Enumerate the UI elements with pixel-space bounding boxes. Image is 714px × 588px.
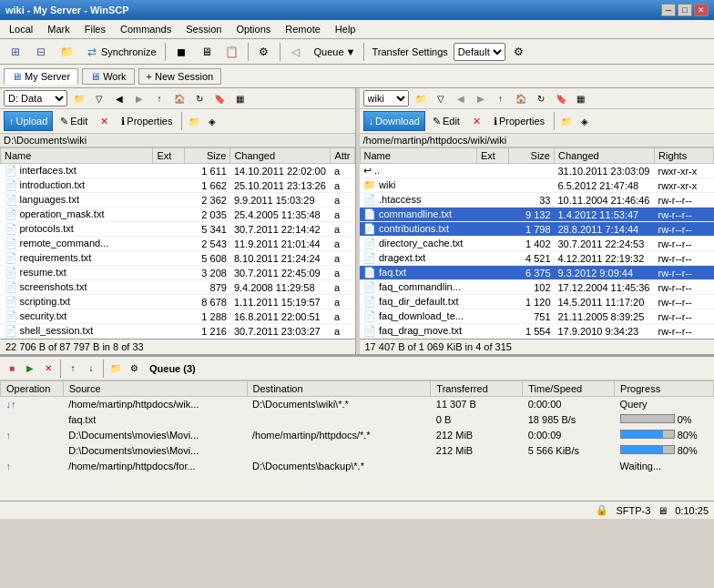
upload-button[interactable]: ↑ Upload — [4, 111, 53, 131]
right-file-btn-1[interactable]: 📁 — [558, 113, 575, 129]
left-file-row[interactable]: 📄protocols.txt 5 341 30.7.2011 22:14:42 … — [1, 222, 355, 237]
left-delete-button[interactable]: ✕ — [95, 111, 114, 131]
left-properties-button[interactable]: ℹ Properties — [116, 111, 178, 131]
right-file-row[interactable]: 📄dragext.txt 4 521 4.12.2011 22:19:32 rw… — [360, 251, 714, 266]
left-nav-btn-refresh[interactable]: ↻ — [191, 90, 208, 106]
right-nav-btn-filter[interactable]: ▽ — [433, 90, 449, 106]
left-file-row[interactable]: 📄scripting.txt 8 678 1.11.2011 15:19:57 … — [1, 295, 355, 309]
left-nav-btn-back[interactable]: ◀ — [111, 90, 128, 106]
right-nav-btn-refresh[interactable]: ↻ — [533, 90, 549, 106]
right-col-ext[interactable]: Ext — [477, 148, 509, 164]
close-button[interactable]: ✕ — [694, 4, 709, 16]
toolbar-btn-2[interactable]: ⊟ — [29, 42, 53, 62]
queue-row[interactable]: ↑ D:\Documents\movies\Movi... /home/mart… — [1, 428, 714, 443]
left-file-row[interactable]: 📄languages.txt 2 362 9.9.2011 15:03:29 a — [1, 193, 355, 208]
queue-table-wrap[interactable]: Operation Source Destination Transferred… — [0, 380, 714, 501]
left-file-row[interactable]: 📄screenshots.txt 879 9.4.2008 11:29:58 a — [1, 280, 355, 295]
menu-help[interactable]: Help — [330, 22, 362, 36]
left-nav-btn-1[interactable]: 📁 — [71, 90, 87, 106]
right-edit-button[interactable]: ✎ Edit — [427, 111, 465, 131]
queue-btn-up[interactable]: ↑ — [65, 360, 81, 377]
right-col-name[interactable]: Name — [360, 148, 477, 164]
right-file-row[interactable]: 📄contributions.txt 1 798 28.8.2011 7:14:… — [360, 222, 714, 237]
left-file-row[interactable]: 📄interfaces.txt 1 611 14.10.2011 22:02:0… — [1, 164, 355, 178]
toolbar-btn-5[interactable]: 🖥 — [195, 42, 219, 62]
menu-session[interactable]: Session — [180, 22, 227, 36]
download-button[interactable]: ↓ Download — [363, 111, 425, 131]
right-file-row[interactable]: 📄faq_download_te... 751 21.11.2005 8:39:… — [360, 309, 714, 324]
left-file-row[interactable]: 📄requirements.txt 5 608 8.10.2011 21:24:… — [1, 251, 355, 266]
session-tab-new[interactable]: + New Session — [138, 68, 222, 85]
right-col-size[interactable]: Size — [509, 148, 555, 164]
menu-local[interactable]: Local — [4, 22, 38, 36]
queue-row[interactable]: ↓↑ /home/martinp/httpdocs/wik... D:\Docu… — [1, 397, 714, 412]
right-server-select[interactable]: wiki — [363, 90, 409, 106]
right-file-list[interactable]: Name Ext Size Changed Rights ↩.. 31.10.2… — [360, 147, 715, 339]
toolbar-btn-4[interactable]: ◼ — [169, 42, 193, 62]
right-file-row[interactable]: 📄faq_commandlin... 102 17.12.2004 11:45:… — [360, 280, 714, 295]
right-nav-btn-back[interactable]: ◀ — [453, 90, 469, 106]
right-nav-btn-home[interactable]: 🏠 — [513, 90, 529, 106]
left-col-size[interactable]: Size — [185, 148, 230, 164]
left-drive-select[interactable]: D: Data — [4, 90, 67, 106]
left-file-row[interactable]: 📄remote_command... 2 543 11.9.2011 21:01… — [1, 237, 355, 251]
toolbar-btn-3[interactable]: 📁 — [55, 42, 78, 62]
queue-btn-folder[interactable]: 📁 — [107, 360, 124, 377]
transfer-settings-select[interactable]: Default — [454, 43, 505, 61]
right-col-changed[interactable]: Changed — [555, 148, 655, 164]
toolbar-btn-7[interactable]: ⚙ — [252, 42, 276, 62]
right-col-rights[interactable]: Rights — [655, 148, 714, 164]
right-delete-button[interactable]: ✕ — [467, 111, 486, 131]
queue-btn-stop[interactable]: ■ — [4, 360, 20, 377]
menu-options[interactable]: Options — [230, 22, 276, 36]
right-nav-btn-6[interactable]: ▦ — [573, 90, 589, 106]
right-nav-btn-up[interactable]: ↑ — [493, 90, 509, 106]
right-file-row[interactable]: 📄directory_cache.txt 1 402 30.7.2011 22:… — [360, 237, 714, 251]
left-nav-btn-6[interactable]: ▦ — [231, 90, 248, 106]
synchronize-button[interactable]: ⇄ Synchronize — [80, 42, 161, 62]
right-file-row[interactable]: 📄faq_drag_move.txt 1 554 17.9.2010 9:34:… — [360, 324, 714, 339]
right-file-row[interactable]: 📄.htaccess 33 10.11.2004 21:46:46 rw-r--… — [360, 193, 714, 208]
toolbar-btn-8[interactable]: ◁ — [284, 42, 308, 62]
left-nav-btn-up[interactable]: ↑ — [151, 90, 168, 106]
queue-row[interactable]: ↑ /home/martinp/httpdocs/for... D:\Docum… — [1, 459, 714, 474]
left-col-changed[interactable]: Changed — [230, 148, 331, 164]
right-file-row[interactable]: 📄faq.txt 6 375 9.3.2012 9:09:44 rw-r--r-… — [360, 266, 714, 280]
left-nav-btn-forward[interactable]: ▶ — [131, 90, 148, 106]
session-tab-work[interactable]: 🖥 Work — [82, 68, 134, 85]
left-edit-button[interactable]: ✎ Edit — [55, 111, 93, 131]
toolbar-btn-9[interactable]: ⚙ — [507, 42, 531, 62]
left-col-ext[interactable]: Ext — [153, 148, 185, 164]
left-file-row[interactable]: 📄security.txt 1 288 16.8.2011 22:00:51 a — [1, 309, 355, 324]
left-nav-btn-home[interactable]: 🏠 — [171, 90, 188, 106]
right-nav-btn-1[interactable]: 📁 — [413, 90, 429, 106]
left-file-btn-2[interactable]: ◈ — [204, 113, 220, 129]
menu-files[interactable]: Files — [79, 22, 111, 36]
left-nav-btn-5[interactable]: 🔖 — [211, 90, 228, 106]
queue-btn-settings[interactable]: ⚙ — [126, 360, 142, 377]
left-file-row[interactable]: 📄operation_mask.txt 2 035 25.4.2005 11:3… — [1, 208, 355, 222]
left-file-row[interactable]: 📄shell_session.txt 1 216 30.7.2011 23:03… — [1, 324, 355, 339]
queue-btn-play[interactable]: ▶ — [22, 360, 38, 377]
left-file-list[interactable]: Name Ext Size Changed Attr 📄interfaces.t… — [0, 147, 355, 339]
right-file-row[interactable]: 📁wiki 6.5.2012 21:47:48 rwxr-xr-x — [360, 178, 714, 193]
right-nav-btn-5[interactable]: 🔖 — [553, 90, 569, 106]
right-file-row[interactable]: ↩.. 31.10.2011 23:03:09 rwxr-xr-x — [360, 164, 714, 178]
left-file-btn-1[interactable]: 📁 — [186, 113, 202, 129]
queue-btn-down[interactable]: ↓ — [83, 360, 99, 377]
right-file-btn-2[interactable]: ◈ — [576, 113, 593, 129]
right-properties-button[interactable]: ℹ Properties — [488, 111, 550, 131]
menu-remote[interactable]: Remote — [280, 22, 326, 36]
session-tab-myserver[interactable]: 🖥 My Server — [4, 68, 78, 85]
maximize-button[interactable]: □ — [678, 4, 692, 16]
menu-commands[interactable]: Commands — [115, 22, 177, 36]
minimize-button[interactable]: ─ — [661, 4, 676, 16]
right-file-row[interactable]: 📄faq_dir_default.txt 1 120 14.5.2011 11:… — [360, 295, 714, 309]
menu-mark[interactable]: Mark — [42, 22, 75, 36]
toolbar-btn-6[interactable]: 📋 — [220, 42, 244, 62]
toolbar-btn-1[interactable]: ⊞ — [4, 42, 27, 62]
queue-button[interactable]: Queue ▼ — [310, 42, 361, 62]
left-col-name[interactable]: Name — [1, 148, 153, 164]
left-col-attr[interactable]: Attr — [331, 148, 354, 164]
queue-btn-delete[interactable]: ✕ — [40, 360, 56, 377]
